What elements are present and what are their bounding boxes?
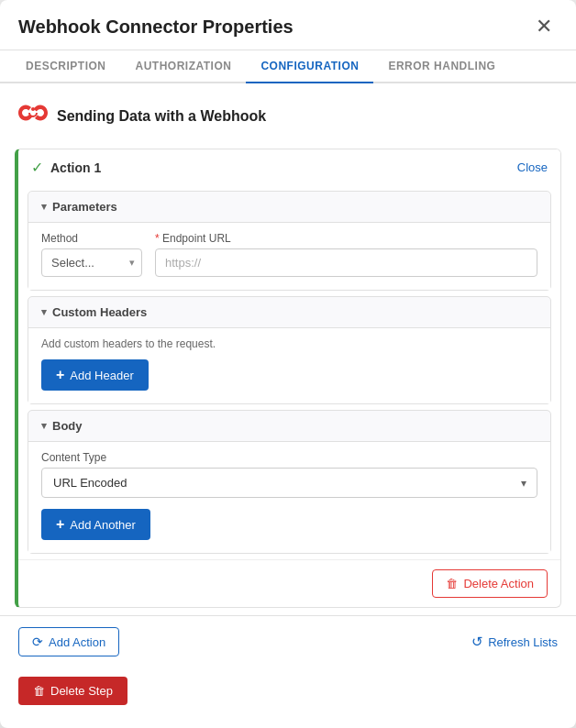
content-type-wrap: Content Type URL Encoded JSON XML Form D… [41,451,537,498]
section-title: Sending Data with a Webhook [57,108,266,125]
footer-bottom: 🗑 Delete Step [0,667,576,718]
modal-footer-actions: ⟳ Add Action ↺ Refresh Lists [0,615,576,667]
endpoint-input[interactable] [155,248,537,277]
delete-step-button[interactable]: 🗑 Delete Step [18,677,127,705]
body-header[interactable]: ▾ Body [28,411,550,441]
action-title-wrap: ✓ Action 1 [31,159,101,176]
method-select-wrap: Select... GET POST PUT DELETE PATCH ▾ [41,248,142,277]
modal-body: Sending Data with a Webhook ✓ Action 1 C… [0,83,576,728]
custom-headers-hint: Add custom headers to the request. [41,337,537,350]
check-icon: ✓ [31,159,43,176]
method-select[interactable]: Select... GET POST PUT DELETE PATCH [41,248,142,277]
modal-container: Webhook Connector Properties ✕ DESCRIPTI… [0,0,576,728]
parameters-chevron-icon: ▾ [41,201,47,213]
body-label: Body [52,419,83,433]
add-header-plus-icon: + [56,367,64,383]
refresh-lists-label: Refresh Lists [488,635,558,649]
add-another-label: Add Another [70,518,136,532]
action-block: ✓ Action 1 Close ▾ Parameters Method [15,149,561,608]
parameters-content: Method Select... GET POST PUT DELETE PAT… [28,222,550,290]
required-star: * [155,232,162,245]
tab-description[interactable]: DESCRIPTION [11,50,121,83]
parameters-form-row: Method Select... GET POST PUT DELETE PAT… [41,232,537,277]
content-type-select[interactable]: URL Encoded JSON XML Form Data [41,468,537,498]
delete-action-trash-icon: 🗑 [446,577,458,590]
add-another-plus-icon: + [56,516,64,533]
add-action-icon: ⟳ [32,634,43,649]
refresh-icon: ↺ [471,634,483,650]
custom-headers-content: Add custom headers to the request. + Add… [28,327,550,403]
body-content: Content Type URL Encoded JSON XML Form D… [28,441,550,553]
tab-error-handling[interactable]: ERROR HANDLING [373,50,510,83]
body-chevron-icon: ▾ [41,420,47,432]
content-type-select-wrap: URL Encoded JSON XML Form Data ▾ [41,468,537,498]
content-type-label: Content Type [41,451,537,464]
delete-step-trash-icon: 🗑 [33,684,45,698]
parameters-section: ▾ Parameters Method Select... GET POST [28,191,551,291]
modal-header: Webhook Connector Properties ✕ [0,0,576,50]
add-header-label: Add Header [70,369,133,382]
add-another-button[interactable]: + Add Another [41,509,150,540]
custom-headers-label: Custom Headers [52,305,147,319]
webhook-icon [18,98,48,134]
add-header-button[interactable]: + Add Header [41,359,149,391]
action-footer: 🗑 Delete Action [18,559,560,607]
modal-close-button[interactable]: ✕ [530,15,558,39]
add-action-button[interactable]: ⟳ Add Action [18,627,119,656]
section-header: Sending Data with a Webhook [0,83,576,141]
modal-title: Webhook Connector Properties [18,17,294,38]
parameters-header[interactable]: ▾ Parameters [28,192,550,222]
delete-action-button[interactable]: 🗑 Delete Action [432,569,548,598]
tab-authorization[interactable]: AUTHORIZATION [121,50,247,83]
delete-step-label: Delete Step [50,684,113,698]
action-header: ✓ Action 1 Close [18,149,560,185]
action-close-link[interactable]: Close [517,160,548,174]
action-title: Action 1 [50,160,101,175]
delete-action-label: Delete Action [463,577,534,590]
tabs-container: DESCRIPTION AUTHORIZATION CONFIGURATION … [0,50,576,83]
custom-headers-chevron-icon: ▾ [41,306,47,318]
parameters-label: Parameters [52,200,117,214]
refresh-lists-link[interactable]: ↺ Refresh Lists [471,634,558,650]
custom-headers-header[interactable]: ▾ Custom Headers [28,297,550,327]
custom-headers-section: ▾ Custom Headers Add custom headers to t… [28,296,551,404]
add-action-label: Add Action [49,635,105,649]
method-group: Method Select... GET POST PUT DELETE PAT… [41,232,142,277]
body-section: ▾ Body Content Type URL Encoded JSON XML… [28,410,551,554]
method-label: Method [41,232,142,245]
endpoint-label: * Endpoint URL [155,232,537,245]
tab-configuration[interactable]: CONFIGURATION [246,50,373,83]
endpoint-group: * Endpoint URL [155,232,537,277]
